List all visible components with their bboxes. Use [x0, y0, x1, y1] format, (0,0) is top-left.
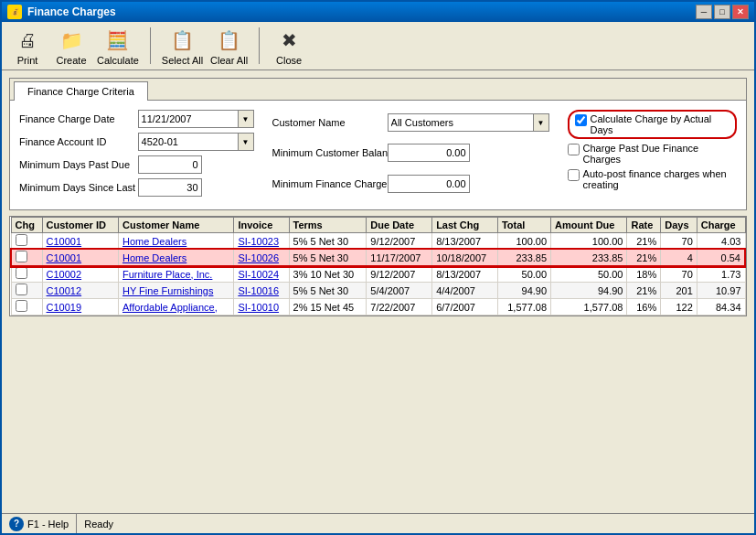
col-chg: Chg: [11, 218, 42, 233]
cell-due-date: 11/17/2007: [367, 250, 432, 266]
window-close-button[interactable]: ✕: [732, 5, 749, 19]
finance-charge-date-label: Finance Charge Date: [19, 113, 133, 124]
cell-terms: 5% 5 Net 30: [289, 283, 367, 299]
table-row[interactable]: C10001Home DealersSI-100265% 5 Net 3011/…: [11, 250, 745, 266]
table-row[interactable]: C10001Home DealersSI-100235% 5 Net 309/1…: [11, 233, 745, 250]
select-all-button[interactable]: 📋 Select All: [162, 26, 203, 66]
customer-name-input[interactable]: [388, 113, 534, 132]
cell-terms: 3% 10 Net 30: [289, 266, 367, 283]
min-customer-balance-label: Minimum Customer Balance: [272, 147, 382, 158]
charge-past-due-label: Charge Past Due Finance Charges: [583, 143, 737, 165]
create-label: Create: [56, 55, 86, 66]
customer-name-dropdown[interactable]: ▼: [533, 113, 549, 132]
row-checkbox-0[interactable]: [16, 234, 27, 246]
clear-all-icon: 📋: [215, 26, 244, 55]
cell-due-date: 5/4/2007: [367, 283, 432, 299]
close-button[interactable]: ✖ Close: [271, 26, 307, 66]
help-label: F1 - Help: [27, 519, 69, 530]
title-bar-controls: ─ □ ✕: [696, 5, 749, 19]
tab-finance-charge-criteria[interactable]: Finance Charge Criteria: [14, 81, 148, 101]
min-finance-charge-input[interactable]: [388, 175, 470, 193]
minimize-button[interactable]: ─: [696, 5, 712, 19]
cell-customer-name: Home Dealers: [118, 250, 233, 266]
cell-charge: 0.54: [697, 250, 745, 266]
charge-past-due-checkbox[interactable]: [568, 144, 580, 155]
cell-amount-due: 1,577.08: [551, 299, 627, 316]
main-window: 💰 Finance Charges ─ □ ✕ 🖨 Print 📁 Create…: [0, 0, 756, 535]
cell-terms: 5% 5 Net 30: [289, 233, 367, 250]
finance-charges-table: Chg Customer ID Customer Name Invoice Te…: [10, 217, 746, 316]
min-customer-balance-input[interactable]: [388, 144, 470, 162]
calc-by-actual-days-checkbox[interactable]: [575, 114, 587, 126]
table-header-row: Chg Customer ID Customer Name Invoice Te…: [11, 218, 745, 233]
cell-customer-name: Home Dealers: [118, 233, 233, 250]
cell-invoice: SI-10023: [234, 233, 289, 250]
cell-total: 1,577.08: [497, 299, 550, 316]
toolbar: 🖨 Print 📁 Create 🧮 Calculate 📋 Select Al…: [2, 22, 754, 70]
cell-days: 201: [661, 283, 697, 299]
print-button[interactable]: 🖨 Print: [9, 26, 46, 66]
min-finance-charge-label: Minimum Finance Charge: [272, 178, 382, 189]
cell-last-chg: 8/13/2007: [432, 233, 498, 250]
customer-name-label: Customer Name: [272, 117, 382, 128]
min-days-since-input[interactable]: [138, 178, 202, 197]
row-checkbox-2[interactable]: [16, 267, 27, 279]
cell-charge: 1.73: [697, 266, 745, 283]
col-charge: Charge: [697, 218, 745, 233]
calculate-button[interactable]: 🧮 Calculate: [97, 26, 139, 66]
cell-rate: 21%: [627, 233, 661, 250]
cell-customer-id: C10001: [42, 250, 118, 266]
col-terms: Terms: [289, 218, 367, 233]
row-checkbox-4[interactable]: [16, 300, 27, 312]
create-icon: 📁: [57, 26, 86, 55]
title-bar: 💰 Finance Charges ─ □ ✕: [2, 2, 754, 22]
cell-customer-id: C10001: [42, 233, 118, 250]
cell-last-chg: 4/4/2007: [432, 283, 498, 299]
finance-account-id-label: Finance Account ID: [19, 136, 133, 147]
cell-customer-id: C10012: [42, 283, 118, 299]
window-icon: 💰: [7, 5, 22, 19]
auto-post-row: Auto-post finance charges when creating: [568, 168, 737, 190]
create-button[interactable]: 📁 Create: [53, 26, 90, 66]
finance-account-id-input[interactable]: [138, 133, 239, 151]
min-days-past-due-label: Minimum Days Past Due: [19, 159, 133, 170]
status-bar: ? F1 - Help Ready: [2, 513, 754, 533]
cell-days: 122: [661, 299, 697, 316]
row-checkbox-1[interactable]: [16, 251, 27, 262]
finance-charge-date-dropdown[interactable]: ▼: [238, 110, 254, 128]
clear-all-button[interactable]: 📋 Clear All: [210, 26, 248, 66]
toolbar-separator-2: [259, 27, 260, 64]
calc-by-actual-days-label: Calculate Charge by Actual Days: [591, 113, 729, 135]
cell-last-chg: 6/7/2007: [432, 299, 498, 316]
cell-charge: 4.03: [697, 233, 745, 250]
cell-customer-name: Affordable Appliance,: [118, 299, 233, 316]
form-mid: Customer Name ▼ Minimum Customer Balance…: [272, 110, 549, 197]
table-row[interactable]: C10019Affordable Appliance,SI-100102% 15…: [11, 299, 745, 316]
cell-amount-due: 100.00: [551, 233, 627, 250]
table-row[interactable]: C10002Furniture Place, Inc.SI-100243% 10…: [11, 266, 745, 283]
cell-amount-due: 233.85: [551, 250, 627, 266]
select-all-icon: 📋: [167, 26, 197, 55]
table-row[interactable]: C10012HY Fine FurnishingsSI-100165% 5 Ne…: [11, 283, 745, 299]
min-days-past-due-input[interactable]: [138, 155, 202, 174]
cell-customer-id: C10019: [42, 299, 118, 316]
print-label: Print: [17, 55, 38, 66]
cell-terms: 5% 5 Net 30: [289, 250, 367, 266]
status-help: ? F1 - Help: [2, 514, 77, 533]
calc-by-actual-days-highlight: Calculate Charge by Actual Days: [568, 110, 737, 139]
maximize-button[interactable]: □: [714, 5, 730, 19]
toolbar-separator: [150, 27, 151, 64]
clear-all-label: Clear All: [210, 55, 248, 66]
table-container: Chg Customer ID Customer Name Invoice Te…: [9, 216, 747, 316]
finance-account-id-dropdown[interactable]: ▼: [238, 133, 254, 151]
cell-chg: [11, 283, 42, 299]
finance-charge-date-input[interactable]: [138, 110, 239, 128]
close-icon: ✖: [274, 26, 303, 55]
cell-invoice: SI-10016: [234, 283, 289, 299]
cell-amount-due: 94.90: [551, 283, 627, 299]
row-checkbox-3[interactable]: [16, 284, 27, 295]
cell-total: 50.00: [497, 266, 550, 283]
col-amount-due: Amount Due: [551, 218, 627, 233]
auto-post-label: Auto-post finance charges when creating: [583, 168, 737, 190]
auto-post-checkbox[interactable]: [568, 169, 580, 181]
